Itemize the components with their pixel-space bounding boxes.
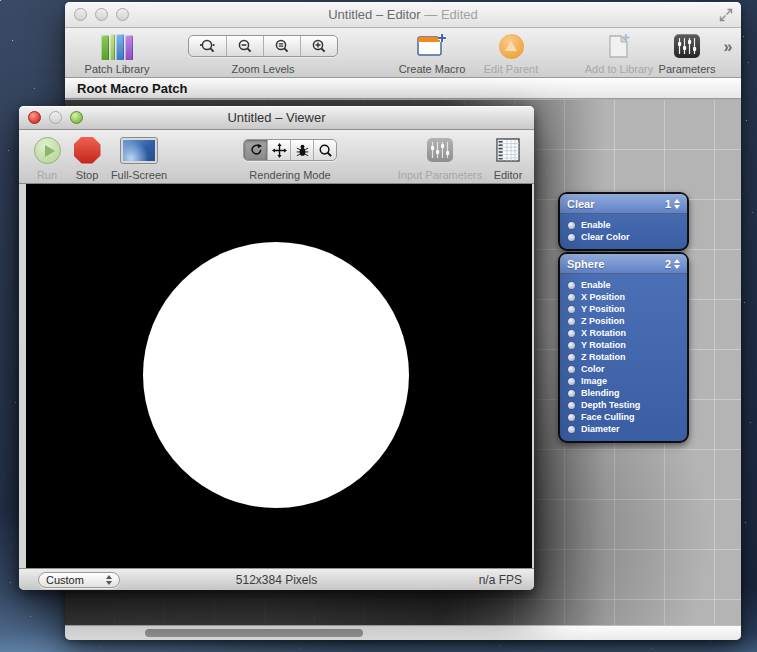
- port-label: Clear Color: [581, 232, 630, 242]
- input-port[interactable]: Enable: [568, 219, 687, 231]
- patch-library-icon: [101, 33, 133, 60]
- patch-node-sphere-header[interactable]: Sphere 2: [560, 254, 687, 274]
- port-dot-icon[interactable]: [568, 354, 575, 361]
- input-port[interactable]: Diameter: [568, 423, 687, 435]
- patch-node-clear-header[interactable]: Clear 1: [560, 194, 687, 214]
- patch-node-sphere[interactable]: Sphere 2 EnableX PositionY PositionZ Pos…: [558, 252, 689, 443]
- port-label: X Position: [581, 292, 625, 302]
- rendering-mode-pan-button[interactable]: [267, 140, 290, 160]
- overflow-chevrons-icon: »: [724, 38, 731, 56]
- scrollbar-thumb[interactable]: [145, 629, 363, 637]
- port-label: Color: [581, 364, 605, 374]
- input-port[interactable]: Z Position: [568, 315, 687, 327]
- port-dot-icon[interactable]: [568, 234, 575, 241]
- horizontal-scrollbar[interactable]: [65, 625, 741, 640]
- rendering-mode-rotate-button[interactable]: [244, 140, 267, 160]
- run-button[interactable]: Run: [28, 135, 66, 181]
- stop-button[interactable]: Stop: [68, 135, 106, 181]
- port-label: Enable: [581, 280, 611, 290]
- zoom-out-button[interactable]: [226, 36, 263, 56]
- rendering-mode-group: Rendering Mode: [241, 135, 339, 181]
- port-dot-icon[interactable]: [568, 378, 575, 385]
- zoom-button[interactable]: [116, 8, 129, 21]
- port-label: Z Rotation: [581, 352, 626, 362]
- full-screen-label: Full-Screen: [111, 169, 167, 181]
- port-dot-icon[interactable]: [568, 366, 575, 373]
- viewer-statusbar: Custom 512x384 Pixels n/a FPS: [19, 568, 534, 590]
- stepper-arrows-icon: [674, 199, 680, 209]
- full-screen-button[interactable]: Full-Screen: [103, 135, 175, 181]
- desktop: Untitled – Editor — Edited Patch Library: [0, 0, 757, 652]
- port-dot-icon[interactable]: [568, 330, 575, 337]
- input-port[interactable]: Y Rotation: [568, 339, 687, 351]
- input-parameters-button[interactable]: Input Parameters: [385, 135, 495, 181]
- input-port[interactable]: Depth Testing: [568, 399, 687, 411]
- close-button[interactable]: [28, 111, 41, 124]
- wallpaper-stars: [0, 0, 1, 1]
- input-port[interactable]: Face Culling: [568, 411, 687, 423]
- create-macro-label: Create Macro: [399, 63, 466, 75]
- editor-label: Editor: [494, 169, 523, 181]
- port-label: Z Position: [581, 316, 625, 326]
- edit-parent-label: Edit Parent: [484, 63, 538, 75]
- port-label: Image: [581, 376, 607, 386]
- close-button[interactable]: [74, 8, 87, 21]
- rendering-mode-zoom-button[interactable]: [313, 140, 336, 160]
- port-dot-icon[interactable]: [568, 306, 575, 313]
- input-port[interactable]: Blending: [568, 387, 687, 399]
- edit-parent-button[interactable]: Edit Parent: [475, 31, 547, 75]
- patch-node-clear[interactable]: Clear 1 EnableClear Color: [558, 192, 689, 251]
- rendering-mode-debug-button[interactable]: [290, 140, 313, 160]
- patch-library-button[interactable]: Patch Library: [73, 31, 161, 75]
- zoom-levels-segmented-control: [188, 35, 338, 57]
- port-dot-icon[interactable]: [568, 390, 575, 397]
- viewer-window-title: Untitled – Viewer: [227, 110, 325, 125]
- edit-parent-icon: [499, 34, 524, 59]
- input-port[interactable]: Y Position: [568, 303, 687, 315]
- editor-titlebar[interactable]: Untitled – Editor — Edited: [65, 2, 741, 28]
- patch-node-title: Sphere: [567, 258, 604, 270]
- layer-stepper[interactable]: 1: [665, 198, 680, 210]
- port-dot-icon[interactable]: [568, 414, 575, 421]
- input-port[interactable]: Z Rotation: [568, 351, 687, 363]
- input-port[interactable]: X Position: [568, 291, 687, 303]
- port-dot-icon[interactable]: [568, 318, 575, 325]
- port-label: X Rotation: [581, 328, 626, 338]
- zoom-button[interactable]: [70, 111, 83, 124]
- viewer-titlebar[interactable]: Untitled – Viewer: [19, 106, 534, 130]
- editor-button[interactable]: Editor: [482, 135, 534, 181]
- rendering-mode-segmented-control: [243, 139, 337, 161]
- port-dot-icon[interactable]: [568, 222, 575, 229]
- toolbar-overflow-button[interactable]: »: [717, 38, 737, 82]
- zoom-actual-size-button[interactable]: [189, 36, 226, 56]
- minimize-button[interactable]: [95, 8, 108, 21]
- input-port[interactable]: Color: [568, 363, 687, 375]
- input-port[interactable]: X Rotation: [568, 327, 687, 339]
- layer-stepper[interactable]: 2: [665, 258, 680, 270]
- input-port[interactable]: Enable: [568, 279, 687, 291]
- port-dot-icon[interactable]: [568, 282, 575, 289]
- port-dot-icon[interactable]: [568, 402, 575, 409]
- zoom-in-button[interactable]: [300, 36, 337, 56]
- fullscreen-expand-icon[interactable]: [719, 8, 733, 26]
- breadcrumb[interactable]: Root Macro Patch: [65, 78, 741, 99]
- input-port[interactable]: Image: [568, 375, 687, 387]
- minimize-button[interactable]: [49, 111, 62, 124]
- editor-traffic-lights: [74, 8, 129, 21]
- input-parameters-label: Input Parameters: [398, 169, 482, 181]
- port-dot-icon[interactable]: [568, 342, 575, 349]
- port-label: Face Culling: [581, 412, 635, 422]
- layer-number: 2: [665, 258, 671, 270]
- create-macro-icon: [416, 33, 448, 59]
- port-dot-icon[interactable]: [568, 426, 575, 433]
- parameters-button[interactable]: Parameters: [651, 31, 723, 75]
- create-macro-button[interactable]: Create Macro: [391, 31, 473, 75]
- full-screen-display-icon: [121, 138, 157, 163]
- port-dot-icon[interactable]: [568, 294, 575, 301]
- input-port[interactable]: Clear Color: [568, 231, 687, 243]
- render-viewport[interactable]: [26, 184, 532, 568]
- rendering-mode-label: Rendering Mode: [249, 169, 330, 181]
- zoom-to-fit-button[interactable]: [263, 36, 300, 56]
- viewer-traffic-lights: [28, 111, 83, 124]
- port-label: Depth Testing: [581, 400, 640, 410]
